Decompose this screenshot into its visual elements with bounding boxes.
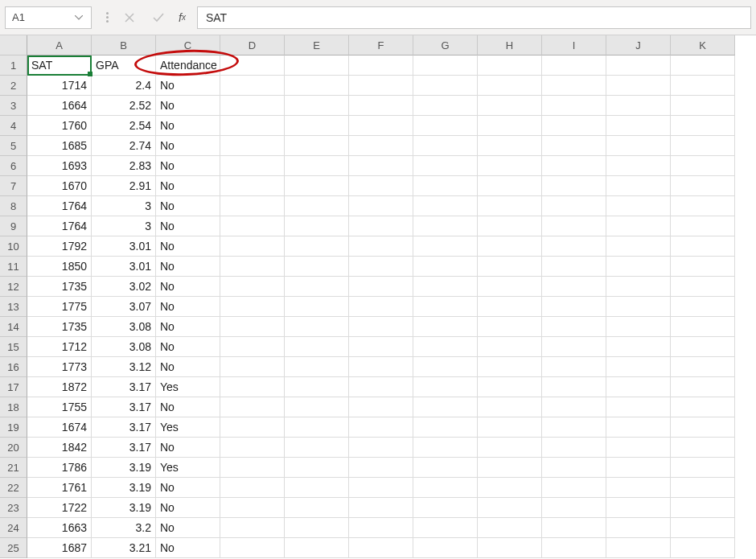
cell-F4[interactable] — [349, 116, 413, 136]
cell-G6[interactable] — [413, 156, 478, 176]
cell-B10[interactable]: 3.01 — [92, 236, 156, 257]
row-header[interactable]: 10 — [0, 236, 27, 257]
cell-G12[interactable] — [413, 277, 478, 297]
cell-E21[interactable] — [285, 458, 349, 478]
cell-G15[interactable] — [413, 337, 478, 357]
cell-F13[interactable] — [349, 297, 413, 317]
cell-I5[interactable] — [542, 136, 606, 156]
cell-D14[interactable] — [220, 317, 285, 337]
cell-F5[interactable] — [349, 136, 413, 156]
cell-F25[interactable] — [349, 538, 413, 558]
cell-F7[interactable] — [349, 176, 413, 196]
cell-B8[interactable]: 3 — [92, 196, 156, 216]
cell-F23[interactable] — [349, 498, 413, 518]
row-header[interactable]: 15 — [0, 337, 27, 357]
cell-B17[interactable]: 3.17 — [92, 377, 156, 397]
row-header[interactable]: 23 — [0, 498, 27, 518]
cell-K21[interactable] — [671, 458, 735, 478]
row-header[interactable]: 24 — [0, 518, 27, 538]
cell-C20[interactable]: No — [156, 438, 220, 458]
cell-J5[interactable] — [606, 136, 671, 156]
cell-C10[interactable]: No — [156, 236, 220, 257]
cell-H7[interactable] — [478, 176, 542, 196]
row-header[interactable]: 11 — [0, 257, 27, 277]
cell-G14[interactable] — [413, 317, 478, 337]
cell-J23[interactable] — [606, 498, 671, 518]
row-header[interactable]: 4 — [0, 116, 27, 136]
cell-B7[interactable]: 2.91 — [92, 176, 156, 196]
cell-D1[interactable] — [220, 55, 285, 76]
cell-H15[interactable] — [478, 337, 542, 357]
cell-J13[interactable] — [606, 297, 671, 317]
spreadsheet-grid[interactable]: ABCDEFGHIJK1SATGPAAttendance217142.4No31… — [0, 35, 756, 558]
cell-F3[interactable] — [349, 96, 413, 116]
cell-H19[interactable] — [478, 417, 542, 438]
cell-K18[interactable] — [671, 397, 735, 417]
cell-E25[interactable] — [285, 538, 349, 558]
column-header-C[interactable]: C — [156, 35, 220, 55]
cell-C9[interactable]: No — [156, 216, 220, 236]
cell-J22[interactable] — [606, 478, 671, 498]
cell-D20[interactable] — [220, 438, 285, 458]
cell-F2[interactable] — [349, 76, 413, 96]
row-header[interactable]: 9 — [0, 216, 27, 236]
cell-D21[interactable] — [220, 458, 285, 478]
cell-K23[interactable] — [671, 498, 735, 518]
cell-J19[interactable] — [606, 417, 671, 438]
cell-H2[interactable] — [478, 76, 542, 96]
cell-E13[interactable] — [285, 297, 349, 317]
cell-I24[interactable] — [542, 518, 606, 538]
cell-J18[interactable] — [606, 397, 671, 417]
fx-icon[interactable]: fx — [179, 11, 186, 24]
cell-F10[interactable] — [349, 236, 413, 257]
row-header[interactable]: 21 — [0, 458, 27, 478]
cell-A1[interactable]: SAT — [27, 55, 92, 76]
cell-C22[interactable]: No — [156, 478, 220, 498]
column-header-I[interactable]: I — [542, 35, 606, 55]
cell-A3[interactable]: 1664 — [27, 96, 92, 116]
cell-G2[interactable] — [413, 76, 478, 96]
cell-A11[interactable]: 1850 — [27, 257, 92, 277]
cell-F14[interactable] — [349, 317, 413, 337]
cell-J20[interactable] — [606, 438, 671, 458]
cell-I18[interactable] — [542, 397, 606, 417]
cell-H20[interactable] — [478, 438, 542, 458]
row-header[interactable]: 5 — [0, 136, 27, 156]
cell-B9[interactable]: 3 — [92, 216, 156, 236]
cell-I25[interactable] — [542, 538, 606, 558]
cell-B14[interactable]: 3.08 — [92, 317, 156, 337]
cell-K7[interactable] — [671, 176, 735, 196]
cell-A5[interactable]: 1685 — [27, 136, 92, 156]
cell-F20[interactable] — [349, 438, 413, 458]
cell-E8[interactable] — [285, 196, 349, 216]
cell-A9[interactable]: 1764 — [27, 216, 92, 236]
cell-E7[interactable] — [285, 176, 349, 196]
cell-H21[interactable] — [478, 458, 542, 478]
cell-F22[interactable] — [349, 478, 413, 498]
cell-A17[interactable]: 1872 — [27, 377, 92, 397]
row-header[interactable]: 6 — [0, 156, 27, 176]
cell-K4[interactable] — [671, 116, 735, 136]
cell-D5[interactable] — [220, 136, 285, 156]
cell-K19[interactable] — [671, 417, 735, 438]
cell-J14[interactable] — [606, 317, 671, 337]
cell-G25[interactable] — [413, 538, 478, 558]
cell-C5[interactable]: No — [156, 136, 220, 156]
cell-I12[interactable] — [542, 277, 606, 297]
cell-I11[interactable] — [542, 257, 606, 277]
cell-H25[interactable] — [478, 538, 542, 558]
cell-C18[interactable]: No — [156, 397, 220, 417]
cell-E9[interactable] — [285, 216, 349, 236]
cell-E22[interactable] — [285, 478, 349, 498]
cell-B19[interactable]: 3.17 — [92, 417, 156, 438]
select-all-corner[interactable] — [0, 35, 27, 55]
cell-B24[interactable]: 3.2 — [92, 518, 156, 538]
cell-K24[interactable] — [671, 518, 735, 538]
cell-A20[interactable]: 1842 — [27, 438, 92, 458]
cell-K9[interactable] — [671, 216, 735, 236]
cell-C24[interactable]: No — [156, 518, 220, 538]
cell-K3[interactable] — [671, 96, 735, 116]
cell-F12[interactable] — [349, 277, 413, 297]
cell-G10[interactable] — [413, 236, 478, 257]
cell-A21[interactable]: 1786 — [27, 458, 92, 478]
